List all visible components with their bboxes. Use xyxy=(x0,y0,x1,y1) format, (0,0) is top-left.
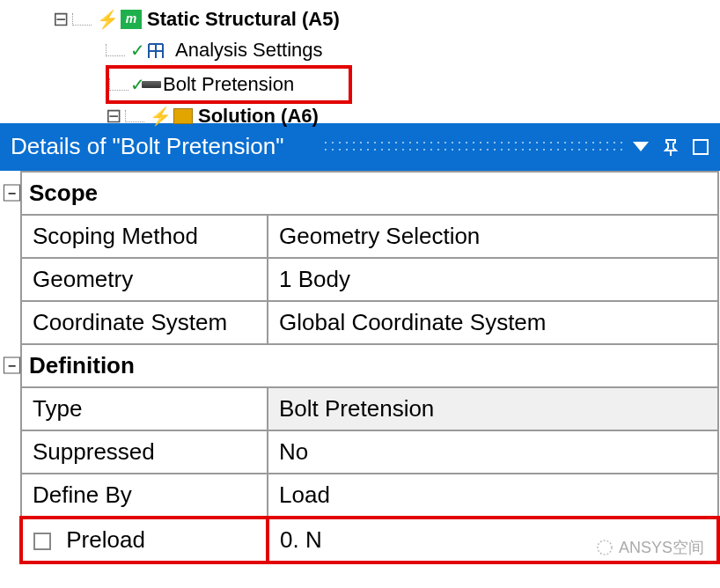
section-name: Definition xyxy=(29,352,135,379)
prop-value: Bolt Pretension xyxy=(268,387,718,430)
collapse-icon[interactable]: − xyxy=(4,185,20,202)
prop-label: Geometry xyxy=(21,258,268,301)
lightning-icon: ⚡ xyxy=(150,104,172,129)
tree-connector-icon xyxy=(106,44,125,56)
prop-label: Coordinate System xyxy=(21,301,268,344)
prop-row-preload[interactable]: Preload 0. N xyxy=(21,518,718,562)
prop-row-geometry[interactable]: Geometry 1 Body xyxy=(21,258,718,301)
prop-label: Suppressed xyxy=(21,430,268,474)
details-pane: Details of "Bolt Pretension" − Scope xyxy=(0,123,720,564)
highlight-box: ✓ Bolt Pretension xyxy=(106,65,352,103)
prop-row-define-by[interactable]: Define By Load xyxy=(21,474,718,518)
prop-row-type[interactable]: Type Bolt Pretension xyxy=(21,387,718,430)
tree-node-bolt-pretension[interactable]: ✓ Bolt Pretension xyxy=(106,65,720,103)
section-name: Scope xyxy=(29,180,98,206)
properties-table: − Scope Scoping Method Geometry Selectio… xyxy=(19,171,720,564)
dropdown-button[interactable] xyxy=(632,138,650,156)
solver-badge-icon: m xyxy=(121,10,142,29)
details-header: Details of "Bolt Pretension" xyxy=(0,123,720,171)
tree-connector-icon xyxy=(109,78,129,91)
prop-label: Define By xyxy=(21,474,268,518)
maximize-button[interactable] xyxy=(692,138,709,156)
prop-value[interactable]: Geometry Selection xyxy=(268,215,718,258)
prop-row-suppressed[interactable]: Suppressed No xyxy=(21,430,718,474)
chevron-down-icon xyxy=(633,142,649,151)
tree-node-static-structural[interactable]: ⊟ ⚡ m Static Structural (A5) xyxy=(53,4,720,34)
solution-icon xyxy=(173,108,193,124)
prop-label: Scoping Method xyxy=(21,215,268,258)
lightning-icon: ⚡ xyxy=(97,5,119,33)
tree-label: Bolt Pretension xyxy=(161,69,296,99)
grip-dots-icon[interactable] xyxy=(322,139,625,155)
expander-minus-icon[interactable]: ⊟ xyxy=(106,104,121,129)
header-controls xyxy=(632,138,709,156)
tree-label: Analysis Settings xyxy=(173,34,325,65)
analysis-settings-icon xyxy=(145,40,170,60)
bolt-icon xyxy=(142,81,161,88)
square-icon xyxy=(693,139,709,155)
outline-tree: ⊟ ⚡ m Static Structural (A5) ✓ Analysis … xyxy=(0,0,720,129)
prop-value[interactable]: No xyxy=(268,430,718,474)
prop-value[interactable]: Global Coordinate System xyxy=(268,301,718,344)
tree-label: Static Structural (A5) xyxy=(145,4,342,34)
prop-value[interactable]: Load xyxy=(268,474,718,518)
prop-row-scoping-method[interactable]: Scoping Method Geometry Selection xyxy=(21,215,718,258)
preload-label-text: Preload xyxy=(66,526,145,553)
pin-icon xyxy=(663,138,679,156)
tree-connector-icon xyxy=(72,13,92,26)
check-icon: ✓ xyxy=(130,36,145,64)
tree-connector-icon xyxy=(125,110,144,122)
tree-label: Solution (A6) xyxy=(196,104,320,129)
prop-label: Type xyxy=(21,387,268,430)
expander-minus-icon[interactable]: ⊟ xyxy=(53,4,69,34)
tree-node-analysis-settings[interactable]: ✓ Analysis Settings xyxy=(106,34,720,65)
prop-value[interactable]: 0. N xyxy=(268,518,718,562)
prop-row-coordinate-system[interactable]: Coordinate System Global Coordinate Syst… xyxy=(21,301,718,344)
section-header-definition[interactable]: − Definition xyxy=(21,344,718,387)
prop-value[interactable]: 1 Body xyxy=(268,258,718,301)
prop-label: Preload xyxy=(21,518,268,562)
section-header-scope[interactable]: − Scope xyxy=(21,172,718,215)
collapse-icon[interactable]: − xyxy=(4,357,20,374)
details-title: Details of "Bolt Pretension" xyxy=(11,133,313,160)
parameterize-checkbox[interactable] xyxy=(33,533,51,550)
pin-button[interactable] xyxy=(662,138,680,156)
